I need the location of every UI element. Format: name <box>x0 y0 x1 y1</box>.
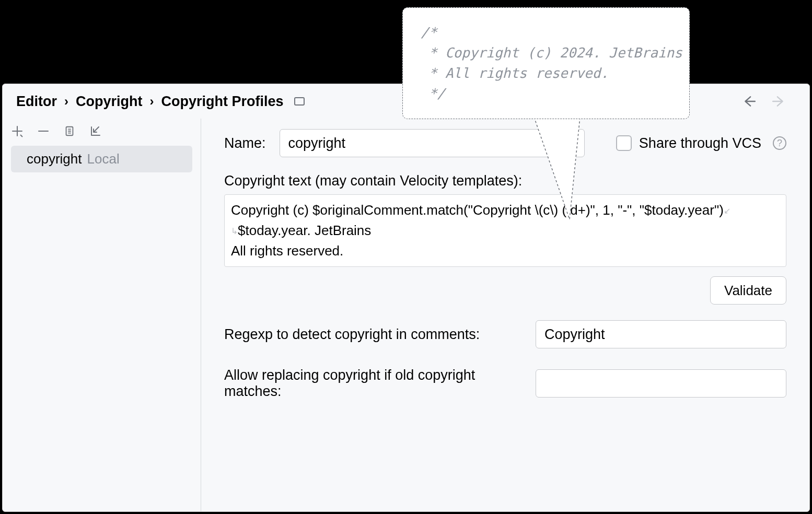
help-icon[interactable]: ? <box>773 136 786 150</box>
remove-icon[interactable] <box>36 124 51 138</box>
replace-input[interactable] <box>536 369 786 398</box>
validate-button[interactable]: Validate <box>710 276 786 305</box>
profile-scope: Local <box>87 151 120 167</box>
chevron-right-icon: › <box>64 94 68 109</box>
chevron-right-icon: › <box>150 94 154 109</box>
back-arrow-icon[interactable] <box>743 95 756 108</box>
copyright-line2: $today.year. JetBrains <box>238 223 371 238</box>
breadcrumb-copyright-profiles[interactable]: Copyright Profiles <box>161 94 284 110</box>
share-vcs-label: Share through VCS <box>639 135 761 151</box>
forward-arrow-icon <box>772 95 785 108</box>
name-input[interactable] <box>280 129 585 157</box>
breadcrumb-copyright[interactable]: Copyright <box>76 94 143 110</box>
copy-icon[interactable] <box>62 124 77 138</box>
wrap-continuation-icon: ↳ <box>231 227 238 236</box>
copyright-line1: Copyright (c) $originalComment.match("Co… <box>231 202 724 218</box>
sidebar-toolbar <box>3 119 201 144</box>
breadcrumb-editor[interactable]: Editor <box>16 94 57 110</box>
copyright-text-label: Copyright text (may contain Velocity tem… <box>224 173 786 189</box>
replace-label: Allow replacing copyright if old copyrig… <box>224 367 536 400</box>
settings-window: Editor › Copyright › Copyright Profiles <box>2 84 810 512</box>
import-icon[interactable] <box>88 124 103 138</box>
window-mode-icon[interactable] <box>294 97 305 106</box>
copyright-line3: All rights reserved. <box>231 243 343 259</box>
name-label: Name: <box>224 135 266 151</box>
preview-tooltip: /* * Copyright (c) 2024. JetBrains * All… <box>402 7 690 119</box>
profile-name: copyright <box>27 151 82 167</box>
profile-form: Name: Share through VCS ? Copyright text… <box>201 119 809 511</box>
regexp-input[interactable] <box>536 320 786 348</box>
copyright-text-editor[interactable]: Copyright (c) $originalComment.match("Co… <box>224 194 786 267</box>
wrap-icon: ↙ <box>724 206 730 215</box>
regexp-label: Regexp to detect copyright in comments: <box>224 326 536 343</box>
share-vcs-checkbox[interactable] <box>616 135 632 151</box>
profiles-sidebar: copyright Local <box>3 119 201 511</box>
add-icon[interactable] <box>10 124 25 138</box>
profile-item-copyright[interactable]: copyright Local <box>11 146 192 172</box>
